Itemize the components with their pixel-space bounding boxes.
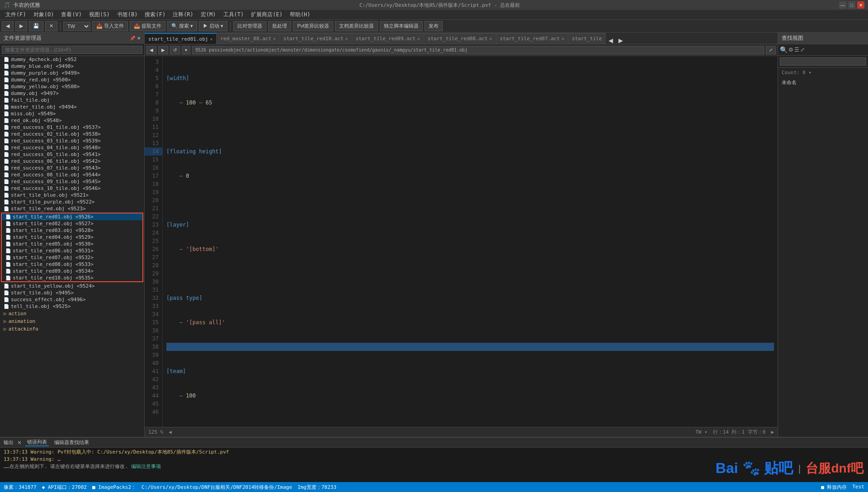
- editor-back[interactable]: ◀: [146, 46, 156, 54]
- tree-item-red-s06[interactable]: 📄red_success_06_tile.obj <9542>: [0, 158, 144, 165]
- save-button[interactable]: 💾: [29, 21, 43, 31]
- tree-item-red-s02[interactable]: 📄red_success_02_tile.obj <9538>: [0, 131, 144, 137]
- batch-button[interactable]: 批处理: [268, 21, 291, 31]
- expand-icon-btn[interactable]: ⤢: [800, 47, 805, 53]
- sidebar-close-button[interactable]: ✕: [137, 36, 141, 41]
- tab-close-icon[interactable]: ✕: [273, 36, 276, 41]
- minimize-button[interactable]: —: [839, 1, 846, 9]
- editor-filter[interactable]: ▾: [182, 46, 190, 54]
- tree-item-dummy-yellow[interactable]: 📄 dummy_yellow.obj <9500>: [0, 83, 144, 90]
- search-button[interactable]: 🔍 搜索 ▾: [167, 21, 197, 31]
- tree-item-start-red08[interactable]: 📄start_tile_red08.obj <9533>: [2, 261, 142, 268]
- output-clear-btn[interactable]: ✕: [17, 440, 22, 446]
- pvf-diff-button[interactable]: Pvf差异比较器: [293, 21, 333, 31]
- tab-start-red09[interactable]: start_tile_red09.act ✕: [352, 33, 424, 44]
- tree-item-dummy4pcheck[interactable]: 📄 dummy_4pcheck.obj <952: [0, 56, 144, 63]
- filter-icon-btn[interactable]: ⚙: [788, 47, 793, 53]
- tree-item-red-s10[interactable]: 📄red_success_10_tile.obj <9546>: [0, 185, 144, 192]
- forward-button[interactable]: ▶: [15, 21, 27, 31]
- tree-item-start-red09[interactable]: 📄start_tile_red09.obj <9534>: [2, 268, 142, 274]
- tree-item-start-purple[interactable]: 📄start_tile_purple.obj <9522>: [0, 199, 144, 205]
- maximize-button[interactable]: □: [848, 1, 855, 9]
- memory-button[interactable]: ■ 释放内存: [821, 484, 847, 491]
- tab-close-icon[interactable]: ✕: [490, 36, 492, 41]
- menu-view2[interactable]: 视图(S): [85, 10, 113, 19]
- tab-scroll-right[interactable]: ▶: [616, 37, 626, 44]
- tree-item-start-red02[interactable]: 📄start_tile_red02.obj <9527>: [2, 220, 142, 227]
- menu-search[interactable]: 搜索(F): [141, 10, 169, 19]
- tree-item-red-s03[interactable]: 📄red_success_03_tile.obj <9539>: [0, 137, 144, 144]
- tree-item-miss[interactable]: 📄 miss.obj <9549>: [0, 110, 144, 117]
- tab-start-red07[interactable]: start_tile_red07.act ✕: [496, 33, 568, 44]
- tree-item-red-s08[interactable]: 📄red_success_08_tile.obj <9544>: [0, 171, 144, 178]
- tree-item-start-red07[interactable]: 📄start_tile_red07.obj <9532>: [2, 254, 142, 261]
- tab-close-icon[interactable]: ✕: [210, 37, 212, 42]
- editor-expand[interactable]: ⤢: [766, 46, 776, 54]
- output-tab-errors[interactable]: 错误列表: [25, 439, 49, 446]
- encoding-select[interactable]: TW: [63, 22, 90, 31]
- tree-item-start-red04[interactable]: 📄start_tile_red04.obj <9529>: [2, 234, 142, 241]
- tree-item-red-s05[interactable]: 📄red_success_05_tile.obj <9541>: [0, 151, 144, 158]
- folder-attackinfo[interactable]: ▷ attackinfo: [0, 325, 144, 333]
- tree-item-start-red05[interactable]: 📄start_tile_red05.obj <9530>: [2, 241, 142, 247]
- tree-item-red-s09[interactable]: 📄red_success_09_tile.obj <9545>: [0, 178, 144, 185]
- menu-macro[interactable]: 宏(M): [197, 10, 220, 19]
- publish-button[interactable]: 发布: [425, 21, 443, 31]
- tree-item-dummy-red[interactable]: 📄 dummy_red.obj <9500>: [0, 76, 144, 83]
- tree-item-dummy-blue[interactable]: 📄 dummy_blue.obj <9498>: [0, 63, 144, 70]
- tree-item-start-red[interactable]: 📄start_tile_red.obj <9523>: [0, 205, 144, 212]
- tree-item-start-tile[interactable]: 📄start_tile.obj <9495>: [0, 289, 144, 296]
- tree-item-start-yellow[interactable]: 📄start_tile_yellow.obj <9524>: [0, 283, 144, 289]
- menu-store[interactable]: 扩展商店(E): [247, 10, 286, 19]
- tree-item-red-s01[interactable]: 📄red_success_01_tile.obj <9537>: [0, 124, 144, 131]
- tab-start-tile[interactable]: start_tile: [568, 33, 606, 44]
- editor-forward[interactable]: ▶: [158, 46, 168, 54]
- right-search-input[interactable]: [780, 57, 866, 66]
- search-icon-btn[interactable]: 🔍: [780, 46, 788, 53]
- code-content[interactable]: [width] — 100 — 65 [floating height] — 0…: [163, 56, 778, 427]
- tab-start-tile-red01[interactable]: start_tile_red01.obj ✕: [145, 33, 217, 44]
- menu-file[interactable]: 文件(F): [2, 10, 30, 19]
- settings-icon-btn[interactable]: ☰: [794, 47, 799, 53]
- menu-object[interactable]: 对象(O): [30, 10, 58, 19]
- editor-reload[interactable]: ↺: [170, 46, 180, 54]
- tree-item-red-s04[interactable]: 📄red_success_04_tile.obj <9540>: [0, 144, 144, 151]
- menu-tools[interactable]: 工具(T): [220, 10, 248, 19]
- tab-close-icon[interactable]: ✕: [345, 36, 348, 41]
- script-editor-button[interactable]: 独立脚本编辑器: [380, 21, 423, 31]
- tree-item-start-red06[interactable]: 📄start_tile_red06.obj <9531>: [2, 247, 142, 254]
- scroll-right-icon[interactable]: ▶: [771, 429, 774, 435]
- tab-scroll-left[interactable]: ◀: [606, 37, 616, 44]
- tree-item-fail-tile[interactable]: 📄 fail_tile.obj: [0, 97, 144, 104]
- close-button[interactable]: ✕: [857, 1, 864, 9]
- tree-item-success-effect[interactable]: 📄success_effect.obj <9496>: [0, 296, 144, 303]
- tree-item-start-blue[interactable]: 📄start_tile_blue.obj <9521>: [0, 192, 144, 199]
- tree-item-dummy-purple[interactable]: 📄 dummy_purple.obj <9499>: [0, 70, 144, 76]
- tab-close-icon[interactable]: ✕: [417, 36, 420, 41]
- menu-comment[interactable]: 注释(R): [169, 10, 197, 19]
- tab-red-master[interactable]: red_master_08.act ✕: [217, 33, 280, 44]
- tree-item-master-tile[interactable]: 📄 master_tile.obj <9494>: [0, 104, 144, 110]
- tab-close-icon[interactable]: ✕: [561, 36, 564, 41]
- tree-item-dummy[interactable]: 📄 dummy.obj <9497>: [0, 90, 144, 97]
- tree-item-red-s07[interactable]: 📄red_success_07_tile.obj <9543>: [0, 165, 144, 171]
- menu-help[interactable]: 帮助(H): [286, 10, 314, 19]
- tree-item-tell-tile[interactable]: 📄tell_tile.obj <9525>: [0, 303, 144, 310]
- sidebar-pin-button[interactable]: 📌: [130, 36, 135, 41]
- tree-item-red-ok[interactable]: 📄 red_ok.obj <9548>: [0, 117, 144, 124]
- launch-button[interactable]: ▶ 启动 ▾: [199, 21, 227, 31]
- tree-item-start-red10[interactable]: 📄start_tile_red10.obj <9535>: [2, 274, 142, 281]
- tab-start-red08[interactable]: start_tile_red08.act ✕: [424, 33, 496, 44]
- back-button[interactable]: ◀: [2, 21, 14, 31]
- scroll-left-icon[interactable]: ◀: [169, 429, 172, 435]
- close-file-button[interactable]: ✕: [45, 21, 57, 31]
- tree-item-start-red03[interactable]: 📄start_tile_red03.obj <9528>: [2, 227, 142, 234]
- doc-diff-button[interactable]: 文档差异比较器: [335, 21, 378, 31]
- manager-button[interactable]: 比对管理器: [233, 21, 266, 31]
- folder-action[interactable]: ▷ action: [0, 310, 144, 317]
- folder-animation[interactable]: ▷ animation: [0, 317, 144, 325]
- export-button[interactable]: 📤 提取文件: [130, 21, 165, 31]
- output-tab-findresults[interactable]: 编辑器查找结果: [52, 439, 91, 446]
- tab-start-red10[interactable]: start_tile_red10.act ✕: [280, 33, 352, 44]
- menu-view1[interactable]: 查看(V): [57, 10, 85, 19]
